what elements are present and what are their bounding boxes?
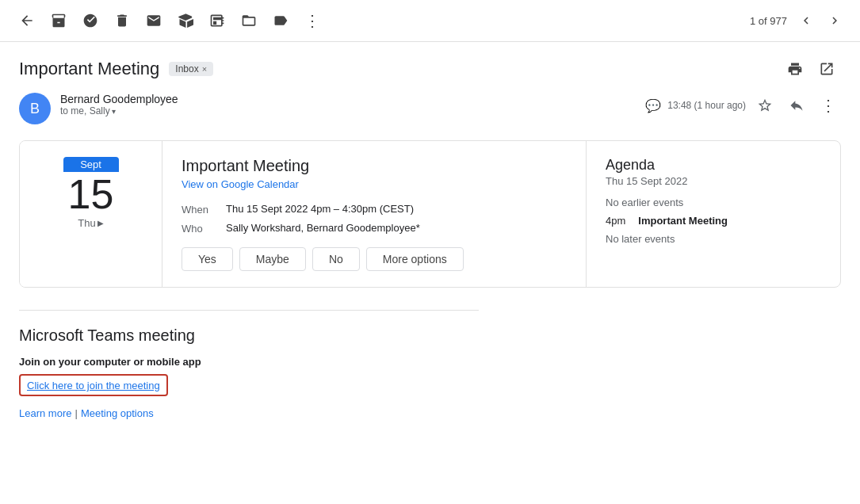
calendar-card: Sept 15 Thu ▶ Important Meeting View on … bbox=[19, 140, 841, 288]
join-link[interactable]: Click here to join the meeting bbox=[27, 380, 160, 391]
email-title: Important Meeting bbox=[19, 59, 159, 79]
print-button[interactable] bbox=[781, 55, 809, 83]
back-button[interactable] bbox=[13, 6, 41, 35]
move-button[interactable] bbox=[235, 6, 263, 35]
body-divider bbox=[19, 310, 479, 311]
email-header: Important Meeting Inbox × bbox=[0, 42, 860, 90]
rsvp-no-button[interactable]: No bbox=[312, 247, 360, 271]
join-label: Join on your computer or mobile app bbox=[19, 356, 841, 368]
agenda-event-row: 4pm Important Meeting bbox=[606, 215, 821, 227]
sender-row: B Bernard Goodemployee to me, Sally ▾ 💬 … bbox=[0, 90, 860, 134]
footer-links: Learn more | Meeting options bbox=[19, 407, 841, 419]
learn-more-link[interactable]: Learn more bbox=[19, 407, 71, 419]
email-time: 13:48 (1 hour ago) bbox=[667, 100, 746, 111]
reply-button[interactable] bbox=[784, 93, 809, 118]
rsvp-more-button[interactable]: More options bbox=[366, 247, 464, 271]
meeting-options-link[interactable]: Meeting options bbox=[81, 407, 154, 419]
calendar-agenda-col: Agenda Thu 15 Sept 2022 No earlier event… bbox=[587, 141, 840, 287]
inbox-badge-label: Inbox bbox=[175, 63, 198, 74]
agenda-date: Thu 15 Sept 2022 bbox=[606, 175, 821, 187]
agenda-title: Agenda bbox=[606, 157, 821, 174]
teams-heading: Microsoft Teams meeting bbox=[19, 326, 841, 345]
more-email-icon: ⋮ bbox=[820, 96, 836, 115]
when-value: Thu 15 Sept 2022 4pm – 4:30pm (CEST) bbox=[226, 203, 414, 215]
email-body: Microsoft Teams meeting Join on your com… bbox=[0, 294, 860, 435]
cal-event-title: Important Meeting bbox=[182, 157, 567, 175]
footer-separator: | bbox=[75, 407, 77, 419]
cal-weekday-arrow: ▶ bbox=[97, 219, 104, 227]
star-button[interactable] bbox=[752, 93, 778, 118]
agenda-no-earlier: No earlier events bbox=[606, 197, 821, 208]
calendar-date-col: Sept 15 Thu ▶ bbox=[20, 141, 162, 287]
cal-weekday-text: Thu bbox=[78, 217, 95, 229]
cal-month: Sept bbox=[63, 157, 119, 172]
header-actions bbox=[781, 55, 841, 83]
rsvp-yes-button[interactable]: Yes bbox=[182, 247, 233, 271]
join-link-box[interactable]: Click here to join the meeting bbox=[19, 374, 168, 396]
sender-to-chevron: ▾ bbox=[112, 107, 116, 116]
agenda-event-time: 4pm bbox=[606, 215, 625, 227]
sender-meta: 💬 13:48 (1 hour ago) ⋮ bbox=[645, 93, 841, 118]
sender-to-label: to me, Sally bbox=[60, 105, 110, 116]
nav-prev-button[interactable] bbox=[793, 8, 819, 33]
email-button[interactable] bbox=[140, 6, 168, 35]
sender-info: Bernard Goodemployee to me, Sally ▾ bbox=[60, 93, 636, 116]
more-actions-button[interactable]: ⋮ bbox=[298, 6, 327, 35]
sender-to[interactable]: to me, Sally ▾ bbox=[60, 105, 636, 116]
nav-next-button[interactable] bbox=[822, 8, 847, 33]
cal-weekday: Thu ▶ bbox=[78, 217, 103, 229]
avatar: B bbox=[19, 93, 51, 124]
agenda-event-name: Important Meeting bbox=[638, 215, 728, 227]
archive-button[interactable] bbox=[44, 6, 73, 35]
calendar-details-col: Important Meeting View on Google Calenda… bbox=[162, 141, 587, 287]
agenda-no-later: No later events bbox=[606, 233, 821, 245]
task-button[interactable] bbox=[203, 6, 231, 35]
rsvp-maybe-button[interactable]: Maybe bbox=[239, 247, 306, 271]
snooze-button[interactable] bbox=[76, 6, 105, 35]
inbox-badge: Inbox × bbox=[169, 62, 213, 76]
toolbar: ⋮ 1 of 977 bbox=[0, 0, 860, 42]
view-on-calendar-link[interactable]: View on Google Calendar bbox=[182, 178, 567, 190]
more-email-button[interactable]: ⋮ bbox=[816, 93, 841, 118]
rsvp-row: Yes Maybe No More options bbox=[182, 247, 567, 271]
when-row: When Thu 15 Sept 2022 4pm – 4:30pm (CEST… bbox=[182, 203, 567, 216]
schedule-button[interactable] bbox=[171, 6, 200, 35]
open-in-new-button[interactable] bbox=[812, 55, 841, 83]
who-label: Who bbox=[182, 222, 213, 235]
more-icon: ⋮ bbox=[304, 11, 321, 30]
avatar-letter: B bbox=[30, 101, 40, 117]
cal-day: 15 bbox=[68, 172, 114, 217]
sender-name: Bernard Goodemployee bbox=[60, 93, 636, 105]
delete-button[interactable] bbox=[108, 6, 136, 35]
label-button[interactable] bbox=[266, 6, 295, 35]
when-label: When bbox=[182, 203, 213, 216]
inbox-badge-close[interactable]: × bbox=[202, 64, 207, 74]
who-row: Who Sally Workshard, Bernard Goodemploye… bbox=[182, 222, 567, 235]
nav-count: 1 of 977 bbox=[750, 15, 787, 27]
who-value: Sally Workshard, Bernard Goodemployee* bbox=[226, 222, 420, 234]
chat-icon: 💬 bbox=[645, 98, 661, 113]
